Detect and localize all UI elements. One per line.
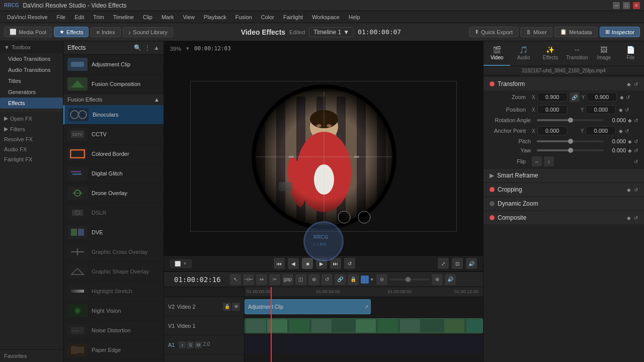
a1-s-btn[interactable]: S xyxy=(187,341,194,348)
search-icon[interactable]: 🔍 xyxy=(134,44,141,51)
effect-item-cctv[interactable]: CCTV CCTV xyxy=(63,125,164,144)
cropping-reset-icon[interactable]: ↺ xyxy=(634,187,638,193)
zoom-link-icon[interactable]: 🔗 xyxy=(570,92,580,102)
menu-view[interactable]: View xyxy=(179,13,199,21)
anchor-x-value[interactable]: 0.000 xyxy=(537,126,568,135)
inspector-tab-effects[interactable]: ✨ Effects xyxy=(537,41,564,66)
tl-insert-btn[interactable]: ⊕ xyxy=(308,274,319,285)
metadata-button[interactable]: 📋 Metadata xyxy=(554,27,598,37)
cropping-header[interactable]: Cropping ◆ ↺ xyxy=(484,183,644,196)
anchor-keyframe-icon[interactable]: ◆ xyxy=(619,128,623,134)
position-x-value[interactable]: 0.000 xyxy=(537,105,568,114)
effect-item-drone-overlay[interactable]: Drone Overlay xyxy=(63,184,164,203)
tl-zoom-out[interactable]: ⊖ xyxy=(376,274,387,285)
minimize-button[interactable]: ─ xyxy=(613,2,620,9)
sidebar-section-audio-fx[interactable]: Audio FX xyxy=(0,144,63,154)
position-y-value[interactable]: 0.000 xyxy=(586,105,616,114)
menu-davinci[interactable]: DaVinci Resolve xyxy=(3,13,52,21)
effect-item-paper-edge[interactable]: Paper Edge xyxy=(63,340,164,360)
v2-eye-icon[interactable]: 👁 xyxy=(232,303,240,311)
flip-v-button[interactable]: ↕ xyxy=(544,156,554,166)
pitch-slider[interactable] xyxy=(537,140,604,142)
effect-item-repeat[interactable]: Repeat xyxy=(63,360,164,362)
menu-playback[interactable]: Playback xyxy=(200,13,230,21)
aspect-ratio-selector[interactable]: ⬜ ▼ xyxy=(170,259,192,268)
zoom-reset-icon[interactable]: ↺ xyxy=(626,95,630,100)
effect-item-highlight-stretch[interactable]: Highlight Stretch xyxy=(63,282,164,301)
inspector-tab-file[interactable]: 📄 File xyxy=(617,41,644,66)
composite-header[interactable]: Composite ◆ ↺ xyxy=(484,211,644,224)
tl-color-dropdown-icon[interactable]: ▼ xyxy=(370,277,374,282)
sidebar-item-effects[interactable]: Effects xyxy=(0,98,63,109)
effect-item-binoculars[interactable]: Binoculars xyxy=(63,105,164,125)
yaw-reset-icon[interactable]: ↺ xyxy=(634,148,638,153)
menu-help[interactable]: Help xyxy=(345,13,364,21)
zoom-keyframe-icon[interactable]: ◆ xyxy=(620,95,624,100)
inspector-tab-audio[interactable]: 🎵 Audio xyxy=(510,41,537,66)
tl-volume[interactable]: 🔊 xyxy=(445,274,456,285)
toolbox-header[interactable]: ▼ Toolbox xyxy=(0,41,63,53)
tl-color-btn[interactable] xyxy=(361,276,369,284)
menu-edit[interactable]: Edit xyxy=(70,13,88,21)
sidebar-item-generators[interactable]: Generators xyxy=(0,86,63,98)
tl-lock-btn[interactable]: 🔒 xyxy=(348,274,359,285)
menu-color[interactable]: Color xyxy=(257,13,278,21)
tl-gap-btn[interactable]: gap xyxy=(282,274,293,285)
menu-timeline[interactable]: Timeline xyxy=(109,13,138,21)
inspector-tab-video[interactable]: 🎬 Video xyxy=(484,41,510,66)
tl-zoom-slider[interactable] xyxy=(389,279,430,281)
menu-fairlight[interactable]: Fairlight xyxy=(279,13,307,21)
timeline-selector[interactable]: Timeline 1 ▼ xyxy=(309,27,354,37)
cinema-view-button[interactable]: ⊡ xyxy=(452,258,463,269)
effect-item-colored-border[interactable]: Colored Border xyxy=(63,144,164,164)
sidebar-section-open-fx[interactable]: ▶ Open FX xyxy=(0,113,63,124)
volume-button[interactable]: 🔊 xyxy=(466,258,477,269)
effect-item-noise-distortion[interactable]: noise Noise Distortion xyxy=(63,321,164,340)
flip-h-button[interactable]: ↔ xyxy=(532,156,542,166)
yaw-slider[interactable] xyxy=(537,149,604,151)
rotation-reset-icon[interactable]: ↺ xyxy=(634,118,638,123)
sound-library-button[interactable]: ♪ Sound Library xyxy=(123,27,173,37)
tl-loop-btn[interactable]: ↺ xyxy=(321,274,333,285)
pitch-keyframe-icon[interactable]: ◆ xyxy=(628,139,632,144)
menu-clip[interactable]: Clip xyxy=(139,13,156,21)
composite-reset-icon[interactable]: ↺ xyxy=(634,215,638,221)
sidebar-section-resolve-fx[interactable]: Resolve FX xyxy=(0,134,63,144)
sidebar-section-fairlight-fx[interactable]: Fairlight FX xyxy=(0,154,63,164)
inspector-button[interactable]: ⊞ Inspector xyxy=(600,27,640,37)
transform-reset-icon[interactable]: ↺ xyxy=(634,81,638,87)
transform-keyframe-icon[interactable]: ◆ xyxy=(627,81,631,87)
menu-workspace[interactable]: Workspace xyxy=(308,13,344,21)
adjustment-clip[interactable]: Adjustment Clip ↗ xyxy=(245,299,371,314)
prev-frame-button[interactable]: ◀ xyxy=(288,258,299,269)
zoom-x-value[interactable]: 0.900 xyxy=(537,93,568,102)
smart-reframe-header[interactable]: ▶ Smart Reframe xyxy=(484,169,644,182)
effect-item-adjustment-clip[interactable]: Adjustment Clip xyxy=(63,55,164,74)
flip-reset-icon[interactable]: ↺ xyxy=(634,159,638,164)
dynamic-zoom-header[interactable]: Dynamic Zoom xyxy=(484,197,644,210)
rotation-keyframe-icon[interactable]: ◆ xyxy=(628,118,632,123)
menu-file[interactable]: File xyxy=(53,13,70,21)
effects-menu-icon[interactable]: ⋮ xyxy=(144,44,150,51)
pitch-reset-icon[interactable]: ↺ xyxy=(634,139,638,144)
full-screen-button[interactable]: ⤢ xyxy=(438,258,449,269)
effect-item-digital-glitch[interactable]: Digital Glitch xyxy=(63,164,164,184)
fusion-effects-collapse-icon[interactable]: ▲ xyxy=(154,97,159,103)
zoom-y-value[interactable]: 0.900 xyxy=(587,93,617,102)
mixer-button[interactable]: 🎚 Mixer xyxy=(520,27,552,37)
maximize-button[interactable]: □ xyxy=(623,2,630,9)
v2-lock-icon[interactable]: 🔒 xyxy=(223,303,231,311)
sidebar-item-titles[interactable]: Titles xyxy=(0,75,63,86)
close-button[interactable]: ✕ xyxy=(633,2,640,9)
quick-export-button[interactable]: ⬆ Quick Export xyxy=(469,27,518,37)
tl-trim-tool[interactable]: ⊣⊢ xyxy=(243,274,254,285)
menu-mark[interactable]: Mark xyxy=(157,13,178,21)
effects-button[interactable]: ★ Effects xyxy=(54,27,89,37)
inspector-tab-image[interactable]: 🖼 Image xyxy=(591,41,617,66)
tl-link-btn[interactable]: 🔗 xyxy=(335,274,346,285)
effect-item-graphic-cross-overlay[interactable]: Graphic Cross Overlay xyxy=(63,242,164,262)
anchor-reset-icon[interactable]: ↺ xyxy=(625,128,629,134)
tl-ripple-tool[interactable]: ◫ xyxy=(295,274,306,285)
effects-close-icon[interactable]: ▲ xyxy=(153,44,159,51)
tl-select-tool[interactable]: ↖ xyxy=(230,274,241,285)
